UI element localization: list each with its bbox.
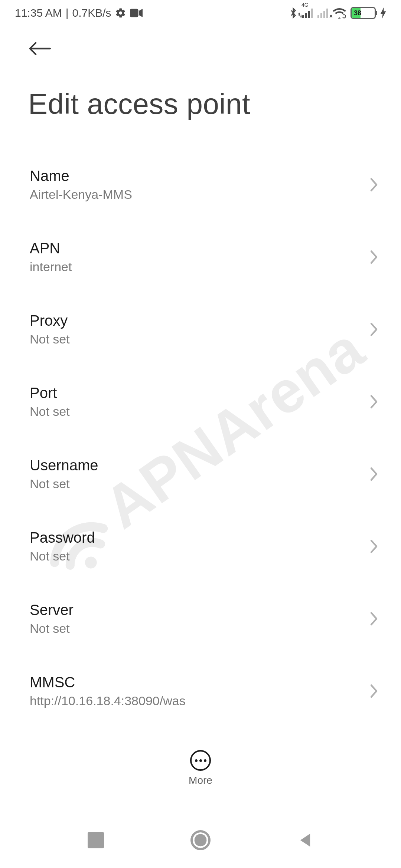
page-title: Edit access point: [28, 87, 250, 121]
nav-back-button[interactable]: [297, 832, 313, 848]
wifi-icon: [333, 7, 346, 19]
status-left: 11:35 AM | 0.7KB/s: [15, 7, 143, 19]
signal-4g-label: 4G: [301, 2, 309, 8]
chevron-right-icon: [369, 177, 379, 193]
arrow-left-icon: [28, 41, 51, 56]
signal-sim2: ×: [317, 8, 328, 18]
item-title: Username: [30, 457, 371, 474]
more-button[interactable]: More: [0, 750, 401, 786]
apn-item-port[interactable]: Port Not set: [0, 365, 401, 438]
nav-recent-button[interactable]: [88, 832, 104, 848]
signal-sim1: 4G: [302, 8, 313, 18]
status-bar: 11:35 AM | 0.7KB/s 4G × 38: [0, 0, 401, 26]
item-title: Proxy: [30, 312, 371, 329]
chevron-right-icon: [369, 466, 379, 482]
charging-icon: [380, 7, 386, 19]
gear-icon: [115, 7, 126, 19]
apn-item-apn[interactable]: APN internet: [0, 221, 401, 293]
nav-home-button[interactable]: [190, 830, 211, 850]
apn-item-mms-proxy[interactable]: MMS proxy 10.16.18.77: [0, 727, 401, 738]
no-sim-x-icon: ×: [329, 13, 333, 20]
bluetooth-icon: [289, 7, 298, 19]
data-arrows-icon: [297, 12, 302, 20]
status-sep: |: [66, 7, 69, 19]
apn-item-name[interactable]: Name Airtel-Kenya-MMS: [0, 148, 401, 221]
apn-item-password[interactable]: Password Not set: [0, 510, 401, 582]
chevron-right-icon: [369, 539, 379, 554]
chevron-right-icon: [369, 322, 379, 337]
video-icon: [130, 9, 143, 17]
item-value: Not set: [30, 477, 371, 491]
bottom-divider: [15, 803, 386, 803]
apn-item-username[interactable]: Username Not set: [0, 438, 401, 510]
item-value: Not set: [30, 549, 371, 563]
settings-list: Name Airtel-Kenya-MMS APN internet Proxy…: [0, 148, 401, 738]
apn-item-mmsc[interactable]: MMSC http://10.16.18.4:38090/was: [0, 655, 401, 727]
apn-item-server[interactable]: Server Not set: [0, 582, 401, 655]
item-title: Port: [30, 385, 371, 401]
status-time: 11:35 AM: [15, 7, 62, 19]
header: [28, 41, 51, 58]
navigation-bar: [0, 812, 401, 868]
more-icon: [190, 750, 211, 771]
item-value: Not set: [30, 621, 371, 636]
item-value: http://10.16.18.4:38090/was: [30, 694, 371, 708]
chevron-right-icon: [369, 683, 379, 699]
status-speed: 0.7KB/s: [72, 7, 111, 19]
back-button[interactable]: [28, 41, 51, 58]
item-value: Not set: [30, 404, 371, 419]
battery-icon: 38: [351, 7, 376, 19]
triangle-left-icon: [297, 832, 313, 848]
battery-percent: 38: [354, 9, 361, 17]
item-title: Name: [30, 168, 371, 184]
item-title: Server: [30, 602, 371, 618]
item-value: Not set: [30, 332, 371, 346]
chevron-right-icon: [369, 394, 379, 410]
more-label: More: [189, 775, 212, 786]
item-title: Password: [30, 529, 371, 546]
item-value: Airtel-Kenya-MMS: [30, 187, 371, 202]
item-title: APN: [30, 240, 371, 257]
chevron-right-icon: [369, 611, 379, 627]
svg-rect-1: [130, 9, 138, 17]
item-value: internet: [30, 260, 371, 274]
apn-item-proxy[interactable]: Proxy Not set: [0, 293, 401, 365]
item-title: MMSC: [30, 674, 371, 691]
status-right: 4G × 38: [289, 7, 386, 19]
chevron-right-icon: [369, 249, 379, 265]
